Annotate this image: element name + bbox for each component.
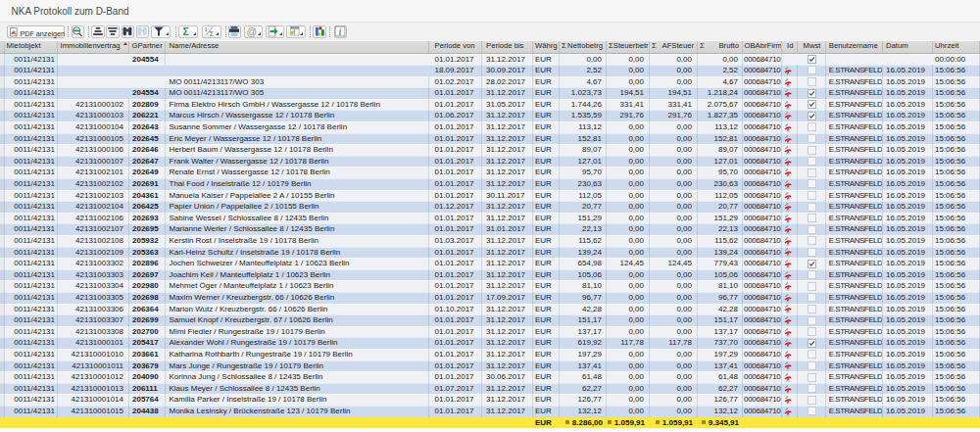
svg-text:Σ: Σ (182, 25, 188, 37)
svg-text:i: i (339, 27, 342, 37)
svg-text:1: 1 (204, 26, 208, 32)
svg-text:@: @ (246, 25, 257, 37)
svg-text:Σ: Σ (209, 29, 214, 37)
